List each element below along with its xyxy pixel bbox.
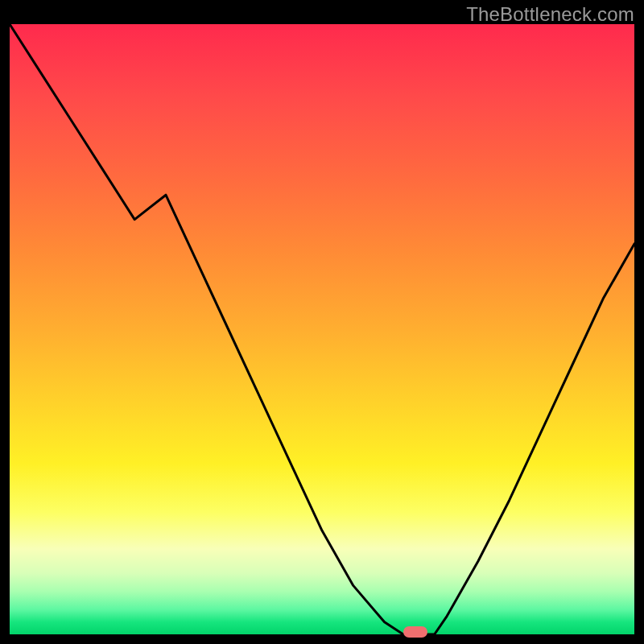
- watermark-text: TheBottleneck.com: [0, 3, 634, 26]
- bottleneck-curve: [10, 24, 634, 634]
- plot-area: [10, 24, 634, 634]
- curve-path: [10, 24, 634, 634]
- chart-frame: TheBottleneck.com: [0, 0, 644, 644]
- optimal-marker: [403, 626, 427, 638]
